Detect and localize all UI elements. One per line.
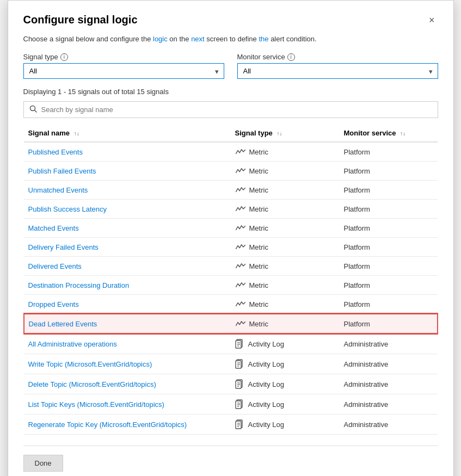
activity-log-icon <box>235 339 245 349</box>
signal-name-cell: All Administrative operations <box>24 333 231 354</box>
signal-type-cell: Activity Log <box>231 415 340 435</box>
signal-type-cell: Metric <box>231 314 340 333</box>
signal-type-cell: Metric <box>231 219 340 238</box>
signal-name-link[interactable]: Regenerate Topic Key (Microsoft.EventGri… <box>28 421 187 429</box>
signal-name-cell: Matched Events <box>24 219 231 238</box>
signal-name-link[interactable]: Matched Events <box>28 224 79 232</box>
table-row[interactable]: Destination Processing Duration MetricPl… <box>24 276 438 295</box>
signal-name-link[interactable]: All Administrative operations <box>28 340 117 348</box>
signal-type-text: Activity Log <box>248 421 284 429</box>
signal-type-text: Metric <box>249 205 268 213</box>
signal-type-text: Metric <box>249 243 268 251</box>
signal-type-filter-group: Signal type i All Metric Activity Log <box>23 53 224 79</box>
table-row[interactable]: Dropped Events MetricPlatform <box>24 295 438 314</box>
signal-name-cell: Delete Topic (Microsoft.EventGrid/topics… <box>24 374 231 394</box>
signal-name-link[interactable]: Delete Topic (Microsoft.EventGrid/topics… <box>28 380 156 388</box>
monitor-service-cell: Platform <box>340 314 438 333</box>
signal-name-cell: Unmatched Events <box>24 181 231 200</box>
monitor-service-cell: Administrative <box>340 415 438 435</box>
signal-type-text: Metric <box>249 262 268 270</box>
signal-name-link[interactable]: Unmatched Events <box>28 186 88 194</box>
table-row[interactable]: Delete Topic (Microsoft.EventGrid/topics… <box>24 374 438 394</box>
signal-name-cell: Dead Lettered Events <box>24 314 231 333</box>
signal-name-cell: Delivery Failed Events <box>24 238 231 257</box>
monitor-service-select-wrapper: All Platform Administrative <box>237 63 438 79</box>
table-row[interactable]: Delivered Events MetricPlatform <box>24 257 438 276</box>
metric-icon <box>235 166 246 175</box>
signal-name-link[interactable]: Publish Failed Events <box>28 167 96 175</box>
activity-log-icon <box>235 379 245 389</box>
close-button[interactable]: × <box>426 14 438 27</box>
signal-type-cell: Metric <box>231 276 340 295</box>
monitor-service-cell: Platform <box>340 200 438 219</box>
table-row[interactable]: Publish Success Latency MetricPlatform <box>24 200 438 219</box>
signal-type-select[interactable]: All Metric Activity Log <box>23 63 224 79</box>
signal-name-link[interactable]: Dropped Events <box>28 300 79 308</box>
monitor-service-cell: Administrative <box>340 354 438 374</box>
search-box <box>23 101 438 118</box>
signal-name-link[interactable]: Dead Lettered Events <box>29 320 97 328</box>
monitor-service-select[interactable]: All Platform Administrative <box>237 63 438 79</box>
table-row[interactable]: Delivery Failed Events MetricPlatform <box>24 238 438 257</box>
col-monitor-service[interactable]: Monitor service ↑↓ <box>340 125 438 142</box>
monitor-service-cell: Platform <box>340 162 438 181</box>
monitor-service-cell: Administrative <box>340 394 438 415</box>
table-row[interactable]: Write Topic (Microsoft.EventGrid/topics)… <box>24 354 438 374</box>
monitor-service-cell: Platform <box>340 257 438 276</box>
monitor-service-cell: Administrative <box>340 374 438 394</box>
monitor-service-cell: Platform <box>340 181 438 200</box>
signal-type-cell: Activity Log <box>231 333 340 354</box>
metric-icon <box>235 319 246 328</box>
activity-log-icon <box>235 359 245 369</box>
signal-type-cell: Activity Log <box>231 374 340 394</box>
done-button[interactable]: Done <box>23 455 63 472</box>
metric-icon <box>235 205 246 213</box>
col-signal-type[interactable]: Signal type ↑↓ <box>231 125 340 142</box>
signal-type-select-wrapper: All Metric Activity Log <box>23 63 224 79</box>
sort-icon-monitor-service: ↑↓ <box>400 131 405 137</box>
table-row[interactable]: Unmatched Events MetricPlatform <box>24 181 438 200</box>
signal-type-cell: Metric <box>231 162 340 181</box>
signal-name-link[interactable]: Delivery Failed Events <box>28 243 99 251</box>
table-row[interactable]: List Topic Keys (Microsoft.EventGrid/top… <box>24 394 438 415</box>
signal-type-cell: Activity Log <box>231 354 340 374</box>
metric-icon <box>235 243 246 251</box>
table-row[interactable]: Dead Lettered Events MetricPlatform <box>24 314 438 333</box>
table-header-row: Signal name ↑↓ Signal type ↑↓ Monitor se… <box>24 125 438 142</box>
signal-name-link[interactable]: Publish Success Latency <box>28 205 107 213</box>
signal-name-cell: Publish Failed Events <box>24 162 231 181</box>
table-row[interactable]: Published Events MetricPlatform <box>24 142 438 162</box>
search-input[interactable] <box>41 106 432 114</box>
search-icon <box>29 105 37 114</box>
signal-type-cell: Metric <box>231 257 340 276</box>
signal-type-text: Metric <box>249 224 268 232</box>
signal-type-cell: Metric <box>231 238 340 257</box>
signal-name-link[interactable]: List Topic Keys (Microsoft.EventGrid/top… <box>28 400 164 409</box>
signal-type-text: Metric <box>249 167 268 175</box>
signal-name-cell: Publish Success Latency <box>24 200 231 219</box>
signal-name-link[interactable]: Write Topic (Microsoft.EventGrid/topics) <box>28 360 152 368</box>
signal-name-cell: Delivered Events <box>24 257 231 276</box>
table-row[interactable]: Publish Failed Events MetricPlatform <box>24 162 438 181</box>
signal-name-link[interactable]: Published Events <box>28 148 83 156</box>
table-row[interactable]: All Administrative operations Activity L… <box>24 333 438 354</box>
signal-name-link[interactable]: Destination Processing Duration <box>28 281 130 289</box>
metric-icon <box>235 300 246 308</box>
signal-type-cell: Activity Log <box>231 394 340 415</box>
signal-name-link[interactable]: Delivered Events <box>28 262 82 270</box>
monitor-service-cell: Platform <box>340 295 438 314</box>
monitor-service-info-icon: i <box>287 53 295 61</box>
table-row[interactable]: Matched Events MetricPlatform <box>24 219 438 238</box>
activity-log-icon <box>235 399 245 409</box>
signal-type-cell: Metric <box>231 181 340 200</box>
signal-type-text: Activity Log <box>248 360 284 368</box>
signal-type-text: Activity Log <box>248 400 284 409</box>
table-row[interactable]: Regenerate Topic Key (Microsoft.EventGri… <box>24 415 438 435</box>
dialog-header: Configure signal logic × <box>23 14 438 27</box>
metric-icon <box>235 281 246 289</box>
signal-type-text: Metric <box>249 300 268 308</box>
signals-count-text: Displaying 1 - 15 signals out of total 1… <box>23 88 438 96</box>
col-signal-name[interactable]: Signal name ↑↓ <box>24 125 231 142</box>
signal-name-cell: Published Events <box>24 142 231 162</box>
metric-icon <box>235 186 246 194</box>
